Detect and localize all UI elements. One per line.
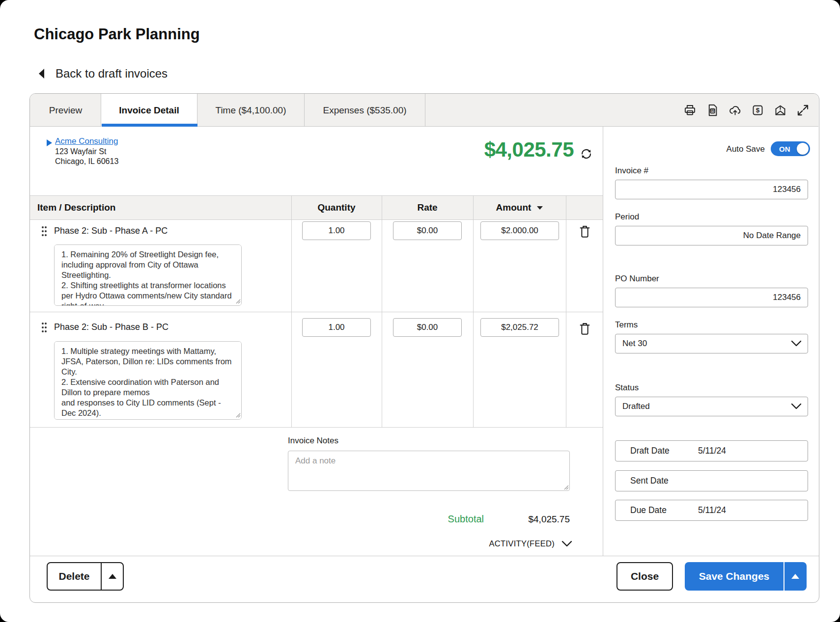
column-header-item: Item / Description bbox=[37, 195, 283, 220]
subtotal-value: $4,025.75 bbox=[484, 514, 570, 525]
delete-button[interactable]: Delete bbox=[48, 563, 101, 590]
draft-date-label: Draft Date bbox=[630, 446, 698, 456]
save-split-button: Save Changes bbox=[685, 562, 807, 591]
client-address-line2: Chicago, IL 60613 bbox=[55, 157, 118, 166]
delete-row-icon[interactable] bbox=[578, 322, 591, 336]
invoice-notes-input[interactable] bbox=[288, 451, 570, 491]
status-label: Status bbox=[615, 383, 639, 393]
delete-row-icon[interactable] bbox=[578, 224, 591, 239]
line-item-description-input[interactable]: 1. Multiple strategy meetings with Matta… bbox=[54, 341, 242, 420]
tab-preview[interactable]: Preview bbox=[30, 94, 101, 127]
chevron-down-icon bbox=[791, 340, 802, 347]
svg-text:W: W bbox=[711, 108, 714, 113]
arrow-up-icon bbox=[791, 574, 799, 579]
column-header-amount-sort[interactable]: Amount bbox=[473, 195, 566, 220]
sort-caret-icon bbox=[537, 206, 543, 210]
svg-text:$: $ bbox=[756, 107, 760, 114]
po-number-input[interactable] bbox=[615, 288, 808, 307]
chevron-down-icon bbox=[791, 403, 802, 410]
refresh-total-icon[interactable] bbox=[580, 147, 593, 161]
payments-icon[interactable]: $ bbox=[751, 104, 764, 117]
invoice-notes-label: Invoice Notes bbox=[288, 436, 338, 446]
footer-divider bbox=[30, 556, 819, 556]
active-tab-underline bbox=[102, 124, 197, 127]
main-sidebar-divider bbox=[603, 127, 603, 556]
chevron-down-icon bbox=[561, 541, 572, 547]
sent-date-field[interactable]: Sent Date bbox=[615, 470, 808, 491]
po-number-label: PO Number bbox=[615, 274, 659, 284]
auto-save-label: Auto Save bbox=[688, 144, 765, 154]
amount-input[interactable] bbox=[480, 318, 559, 337]
tab-time[interactable]: Time ($4,100.00) bbox=[197, 94, 305, 127]
delete-options-button[interactable] bbox=[101, 563, 123, 590]
back-link-label: Back to draft invoices bbox=[56, 67, 168, 81]
delete-split-button: Delete bbox=[47, 562, 124, 591]
terms-label: Terms bbox=[615, 320, 638, 330]
client-expand-icon[interactable] bbox=[47, 139, 52, 146]
activity-feed-expander[interactable]: ACTIVITY(FEED) bbox=[442, 539, 572, 548]
tab-invoice-detail[interactable]: Invoice Detail bbox=[101, 94, 197, 127]
quantity-input[interactable] bbox=[302, 318, 371, 337]
auto-save-toggle[interactable]: ON bbox=[771, 141, 810, 156]
tab-expenses[interactable]: Expenses ($535.00) bbox=[305, 94, 425, 127]
period-label: Period bbox=[615, 212, 639, 222]
sent-date-label: Sent Date bbox=[630, 476, 698, 486]
invoice-toolbar: W $ bbox=[688, 94, 816, 127]
send-email-icon[interactable] bbox=[774, 104, 787, 117]
subtotal-label: Subtotal bbox=[403, 514, 484, 525]
toggle-knob bbox=[797, 143, 809, 155]
quantity-input[interactable] bbox=[302, 221, 371, 240]
client-link[interactable]: Acme Consulting bbox=[55, 136, 118, 146]
arrow-up-icon bbox=[109, 574, 116, 579]
line-item-title: Phase 2: Sub - Phase B - PC bbox=[54, 322, 168, 332]
page-title: Chicago Park Planning bbox=[34, 26, 200, 43]
back-to-draft-invoices-link[interactable]: Back to draft invoices bbox=[38, 67, 168, 81]
due-date-value: 5/11/24 bbox=[698, 505, 726, 515]
period-input[interactable] bbox=[615, 226, 808, 245]
amount-input[interactable] bbox=[480, 221, 559, 240]
invoice-number-label: Invoice # bbox=[615, 166, 648, 176]
rate-input[interactable] bbox=[393, 318, 462, 337]
word-export-icon[interactable]: W bbox=[706, 104, 719, 117]
draft-date-field[interactable]: Draft Date 5/11/24 bbox=[615, 440, 808, 461]
client-address-line1: 123 Wayfair St bbox=[55, 147, 106, 156]
close-button[interactable]: Close bbox=[616, 562, 673, 591]
print-icon[interactable] bbox=[683, 104, 697, 117]
line-item-title: Phase 2: Sub - Phase A - PC bbox=[54, 226, 168, 236]
terms-select[interactable]: Net 30 bbox=[615, 334, 808, 353]
invoice-number-input[interactable] bbox=[615, 180, 808, 199]
due-date-label: Due Date bbox=[630, 505, 698, 515]
line-item-description-input[interactable]: 1. Remaining 20% of Streetlight Design f… bbox=[54, 244, 242, 306]
due-date-field[interactable]: Due Date 5/11/24 bbox=[615, 500, 808, 521]
save-options-button[interactable] bbox=[784, 562, 806, 591]
column-header-quantity: Quantity bbox=[291, 195, 382, 220]
invoice-total: $4,025.75 bbox=[388, 138, 574, 162]
toggle-state-label: ON bbox=[779, 145, 790, 153]
back-arrow-icon bbox=[38, 68, 45, 79]
expand-icon[interactable] bbox=[796, 104, 810, 117]
column-header-rate: Rate bbox=[382, 195, 473, 220]
cloud-upload-icon[interactable] bbox=[728, 104, 742, 117]
rate-input[interactable] bbox=[393, 221, 462, 240]
save-changes-button[interactable]: Save Changes bbox=[685, 562, 784, 591]
drag-handle-icon[interactable] bbox=[41, 226, 48, 237]
drag-handle-icon[interactable] bbox=[41, 322, 48, 333]
status-select[interactable]: Drafted bbox=[615, 397, 808, 416]
draft-date-value: 5/11/24 bbox=[698, 446, 726, 456]
invoice-editor-window: Chicago Park Planning Back to draft invo… bbox=[0, 0, 840, 622]
